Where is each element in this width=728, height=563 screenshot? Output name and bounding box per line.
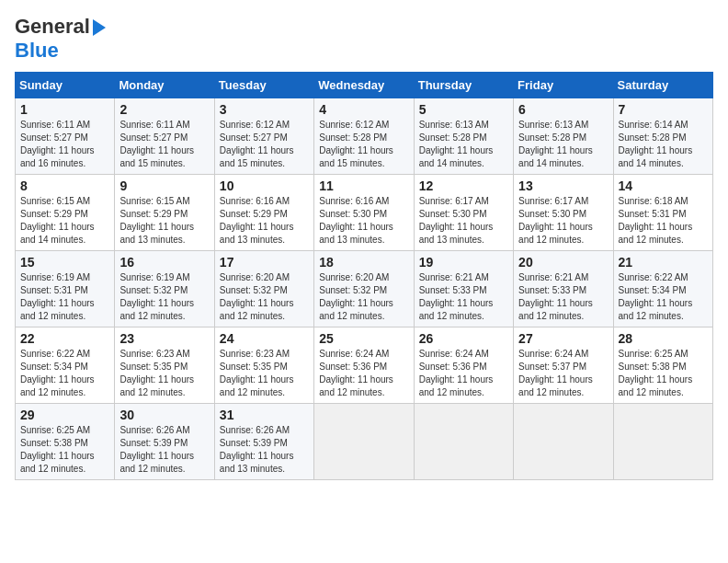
day-info: Sunrise: 6:13 AMSunset: 5:28 PMDaylight:… <box>419 119 508 170</box>
calendar-cell: 12Sunrise: 6:17 AMSunset: 5:30 PMDayligh… <box>414 175 513 251</box>
calendar-cell: 15Sunrise: 6:19 AMSunset: 5:31 PMDayligh… <box>16 251 115 327</box>
day-number: 13 <box>518 178 608 193</box>
calendar-cell: 7Sunrise: 6:14 AMSunset: 5:28 PMDaylight… <box>613 98 712 175</box>
day-info: Sunrise: 6:20 AMSunset: 5:32 PMDaylight:… <box>319 271 408 323</box>
day-info: Sunrise: 6:19 AMSunset: 5:32 PMDaylight:… <box>119 271 209 323</box>
day-info: Sunrise: 6:21 AMSunset: 5:33 PMDaylight:… <box>419 271 508 323</box>
calendar-week-3: 15Sunrise: 6:19 AMSunset: 5:31 PMDayligh… <box>16 251 713 327</box>
header: General Blue <box>15 15 713 63</box>
day-info: Sunrise: 6:26 AMSunset: 5:39 PMDaylight:… <box>220 424 309 476</box>
calendar-week-1: 1Sunrise: 6:11 AMSunset: 5:27 PMDaylight… <box>16 98 713 175</box>
day-number: 29 <box>20 408 109 422</box>
calendar-cell: 10Sunrise: 6:16 AMSunset: 5:29 PMDayligh… <box>214 175 313 251</box>
day-info: Sunrise: 6:15 AMSunset: 5:29 PMDaylight:… <box>119 195 209 247</box>
calendar-cell: 31Sunrise: 6:26 AMSunset: 5:39 PMDayligh… <box>214 404 313 480</box>
day-number: 12 <box>419 178 508 193</box>
day-number: 5 <box>419 102 508 117</box>
day-number: 16 <box>119 255 209 270</box>
weekday-header-tuesday: Tuesday <box>214 73 313 98</box>
calendar-cell: 28Sunrise: 6:25 AMSunset: 5:38 PMDayligh… <box>613 327 712 404</box>
logo-general: General <box>15 15 90 39</box>
calendar-cell <box>514 404 613 480</box>
weekday-header-sunday: Sunday <box>16 73 115 98</box>
day-info: Sunrise: 6:24 AMSunset: 5:36 PMDaylight:… <box>419 348 508 399</box>
calendar-cell: 3Sunrise: 6:12 AMSunset: 5:27 PMDaylight… <box>214 98 313 175</box>
calendar-cell: 23Sunrise: 6:23 AMSunset: 5:35 PMDayligh… <box>115 327 214 404</box>
day-number: 15 <box>20 255 109 270</box>
day-info: Sunrise: 6:14 AMSunset: 5:28 PMDaylight:… <box>619 119 708 170</box>
calendar-cell: 24Sunrise: 6:23 AMSunset: 5:35 PMDayligh… <box>214 327 313 404</box>
logo-arrow-icon <box>93 19 106 36</box>
day-info: Sunrise: 6:23 AMSunset: 5:35 PMDaylight:… <box>119 348 209 399</box>
day-info: Sunrise: 6:25 AMSunset: 5:38 PMDaylight:… <box>619 348 708 399</box>
day-number: 19 <box>419 255 508 270</box>
calendar-cell <box>314 404 414 480</box>
calendar-cell: 16Sunrise: 6:19 AMSunset: 5:32 PMDayligh… <box>115 251 214 327</box>
day-info: Sunrise: 6:16 AMSunset: 5:30 PMDaylight:… <box>319 195 408 247</box>
calendar-cell: 8Sunrise: 6:15 AMSunset: 5:29 PMDaylight… <box>16 175 115 251</box>
weekday-header-thursday: Thursday <box>414 73 513 98</box>
day-number: 20 <box>518 255 608 270</box>
weekday-header-wednesday: Wednesday <box>314 73 414 98</box>
weekday-header-monday: Monday <box>115 73 214 98</box>
calendar-cell: 29Sunrise: 6:25 AMSunset: 5:38 PMDayligh… <box>16 404 115 480</box>
day-info: Sunrise: 6:12 AMSunset: 5:28 PMDaylight:… <box>319 119 408 170</box>
day-number: 8 <box>20 178 109 193</box>
day-number: 25 <box>319 331 408 346</box>
calendar-cell <box>613 404 712 480</box>
day-number: 17 <box>220 255 309 270</box>
day-number: 10 <box>220 178 309 193</box>
day-info: Sunrise: 6:20 AMSunset: 5:32 PMDaylight:… <box>220 271 309 323</box>
day-number: 31 <box>220 408 309 422</box>
day-number: 26 <box>419 331 508 346</box>
calendar-cell: 19Sunrise: 6:21 AMSunset: 5:33 PMDayligh… <box>414 251 513 327</box>
day-info: Sunrise: 6:16 AMSunset: 5:29 PMDaylight:… <box>220 195 309 247</box>
logo: General Blue <box>15 15 106 63</box>
day-number: 1 <box>20 102 109 117</box>
weekday-header-friday: Friday <box>514 73 613 98</box>
calendar-cell: 4Sunrise: 6:12 AMSunset: 5:28 PMDaylight… <box>314 98 414 175</box>
day-number: 24 <box>220 331 309 346</box>
day-info: Sunrise: 6:13 AMSunset: 5:28 PMDaylight:… <box>518 119 608 170</box>
day-info: Sunrise: 6:22 AMSunset: 5:34 PMDaylight:… <box>20 348 109 399</box>
day-info: Sunrise: 6:18 AMSunset: 5:31 PMDaylight:… <box>619 195 708 247</box>
day-number: 14 <box>619 178 708 193</box>
calendar-cell: 5Sunrise: 6:13 AMSunset: 5:28 PMDaylight… <box>414 98 513 175</box>
day-number: 28 <box>619 331 708 346</box>
calendar-cell: 22Sunrise: 6:22 AMSunset: 5:34 PMDayligh… <box>16 327 115 404</box>
calendar-cell: 6Sunrise: 6:13 AMSunset: 5:28 PMDaylight… <box>514 98 613 175</box>
day-number: 21 <box>619 255 708 270</box>
calendar-cell: 1Sunrise: 6:11 AMSunset: 5:27 PMDaylight… <box>16 98 115 175</box>
day-info: Sunrise: 6:22 AMSunset: 5:34 PMDaylight:… <box>619 271 708 323</box>
day-info: Sunrise: 6:15 AMSunset: 5:29 PMDaylight:… <box>20 195 109 247</box>
calendar-cell: 9Sunrise: 6:15 AMSunset: 5:29 PMDaylight… <box>115 175 214 251</box>
calendar-cell: 30Sunrise: 6:26 AMSunset: 5:39 PMDayligh… <box>115 404 214 480</box>
calendar-week-4: 22Sunrise: 6:22 AMSunset: 5:34 PMDayligh… <box>16 327 713 404</box>
calendar-cell: 26Sunrise: 6:24 AMSunset: 5:36 PMDayligh… <box>414 327 513 404</box>
calendar-cell <box>414 404 513 480</box>
calendar-cell: 11Sunrise: 6:16 AMSunset: 5:30 PMDayligh… <box>314 175 414 251</box>
day-info: Sunrise: 6:11 AMSunset: 5:27 PMDaylight:… <box>20 119 109 170</box>
calendar-cell: 17Sunrise: 6:20 AMSunset: 5:32 PMDayligh… <box>214 251 313 327</box>
calendar-cell: 27Sunrise: 6:24 AMSunset: 5:37 PMDayligh… <box>514 327 613 404</box>
weekday-header-saturday: Saturday <box>613 73 712 98</box>
calendar-week-2: 8Sunrise: 6:15 AMSunset: 5:29 PMDaylight… <box>16 175 713 251</box>
calendar-cell: 20Sunrise: 6:21 AMSunset: 5:33 PMDayligh… <box>514 251 613 327</box>
calendar-table: SundayMondayTuesdayWednesdayThursdayFrid… <box>15 72 713 480</box>
day-info: Sunrise: 6:23 AMSunset: 5:35 PMDaylight:… <box>220 348 309 399</box>
day-info: Sunrise: 6:17 AMSunset: 5:30 PMDaylight:… <box>518 195 608 247</box>
calendar-cell: 18Sunrise: 6:20 AMSunset: 5:32 PMDayligh… <box>314 251 414 327</box>
day-number: 3 <box>220 102 309 117</box>
day-info: Sunrise: 6:26 AMSunset: 5:39 PMDaylight:… <box>119 424 209 476</box>
day-info: Sunrise: 6:12 AMSunset: 5:27 PMDaylight:… <box>220 119 309 170</box>
day-number: 2 <box>119 102 209 117</box>
day-info: Sunrise: 6:25 AMSunset: 5:38 PMDaylight:… <box>20 424 109 476</box>
day-number: 18 <box>319 255 408 270</box>
day-info: Sunrise: 6:24 AMSunset: 5:37 PMDaylight:… <box>518 348 608 399</box>
day-number: 6 <box>518 102 608 117</box>
day-number: 9 <box>119 178 209 193</box>
day-number: 7 <box>619 102 708 117</box>
day-number: 11 <box>319 178 408 193</box>
calendar-cell: 14Sunrise: 6:18 AMSunset: 5:31 PMDayligh… <box>613 175 712 251</box>
calendar-cell: 13Sunrise: 6:17 AMSunset: 5:30 PMDayligh… <box>514 175 613 251</box>
